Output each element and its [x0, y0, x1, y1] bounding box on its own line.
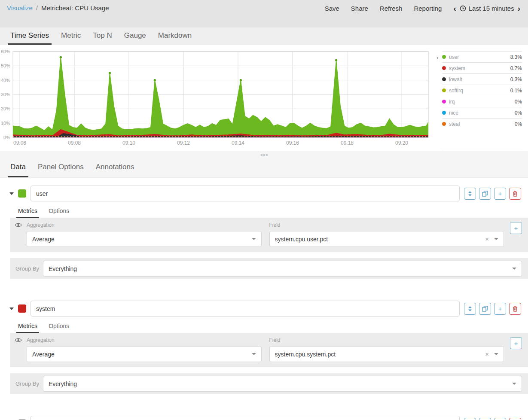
cpu-usage-chart[interactable]: 0%10%20%30%40%50%60%09:0609:0809:1009:12…: [0, 46, 432, 150]
time-range-label: Last 15 minutes: [469, 5, 514, 12]
group-by-panel: Group By Everything: [10, 373, 528, 394]
series-label-input[interactable]: [31, 186, 460, 201]
series-buttons: +: [464, 418, 521, 420]
breadcrumb-visualize-link[interactable]: Visualize: [7, 4, 33, 12]
breadcrumb: Visualize / Metricbeat: CPU Usage: [7, 4, 109, 12]
series-clone-button[interactable]: [479, 188, 491, 200]
group-by-label: Group By: [15, 380, 43, 387]
series-sort-button[interactable]: [464, 418, 476, 420]
time-picker-button[interactable]: Last 15 minutes: [460, 5, 514, 12]
panel-resize-row: [0, 151, 528, 159]
reporting-button[interactable]: Reporting: [414, 5, 442, 12]
tab-time-series[interactable]: Time Series: [4, 27, 55, 45]
aggregation-select[interactable]: Average: [27, 346, 262, 362]
legend-item-system[interactable]: system 0.7%: [442, 62, 522, 73]
subtab-options[interactable]: Options: [45, 207, 73, 218]
tab-data[interactable]: Data: [4, 159, 32, 177]
series-clone-button[interactable]: [479, 418, 491, 420]
field-value: system.cpu.user.pct: [275, 236, 485, 243]
panel-gap: [0, 367, 528, 373]
eye-icon[interactable]: [15, 222, 22, 228]
add-metric-button[interactable]: +: [510, 222, 522, 234]
refresh-button[interactable]: Refresh: [380, 5, 403, 12]
subtab-options[interactable]: Options: [45, 323, 73, 333]
legend-item-irq[interactable]: irq 0%: [442, 96, 522, 107]
copy-icon: [482, 306, 488, 312]
tab-markdown[interactable]: Markdown: [152, 27, 198, 45]
series-color-swatch[interactable]: [18, 304, 26, 313]
add-metric-button[interactable]: +: [510, 337, 522, 349]
subtab-metrics[interactable]: Metrics: [15, 207, 41, 218]
field-label: Field: [269, 222, 504, 228]
series-collapse-caret[interactable]: [9, 192, 14, 195]
group-by-select[interactable]: Everything: [43, 261, 522, 277]
svg-text:10%: 10%: [1, 121, 10, 126]
legend-collapse-chevron[interactable]: ›: [433, 51, 442, 151]
sort-arrows-icon: [468, 191, 472, 197]
editor-header-strip: Data Panel Options Annotations: [0, 151, 528, 178]
field-combobox[interactable]: system.cpu.user.pct ×: [269, 231, 504, 247]
series-header: +: [0, 301, 528, 317]
legend-value: 0%: [515, 110, 522, 116]
chart-legend-column: › user 8.3% system 0.7% iowait 0.3% soft…: [433, 45, 528, 151]
eye-column: [15, 222, 27, 247]
eye-icon[interactable]: [15, 338, 22, 343]
clear-field-icon[interactable]: ×: [485, 350, 489, 358]
series-color-swatch[interactable]: [18, 189, 26, 198]
aggregation-select[interactable]: Average: [27, 231, 262, 247]
trash-icon: [513, 191, 518, 197]
legend-item-nice[interactable]: nice 0%: [442, 107, 522, 118]
tab-top-n[interactable]: Top N: [87, 27, 118, 45]
save-button[interactable]: Save: [325, 5, 339, 12]
legend-value: 0.3%: [510, 76, 522, 82]
series-label-input[interactable]: [31, 301, 460, 317]
tab-gauge[interactable]: Gauge: [118, 27, 152, 45]
legend-value: 8.3%: [510, 54, 522, 60]
series-delete-button[interactable]: [509, 188, 521, 200]
legend-item-iowait[interactable]: iowait 0.3%: [442, 73, 522, 85]
legend-item-steal[interactable]: steal 0%: [442, 118, 522, 129]
plus-icon: +: [498, 190, 502, 197]
panel-resize-handle[interactable]: [263, 154, 265, 156]
time-forward-chevron[interactable]: ›: [518, 4, 520, 12]
series-sort-button[interactable]: [464, 303, 476, 315]
series-sort-button[interactable]: [464, 188, 476, 200]
metric-panel: Aggregation Average Field system.cpu.use…: [10, 218, 528, 252]
chevron-down-icon: [512, 268, 516, 270]
field-group: Field system.cpu.user.pct ×: [269, 222, 504, 247]
field-combobox[interactable]: system.cpu.system.pct ×: [269, 346, 504, 362]
series-clone-button[interactable]: [479, 303, 491, 315]
legend-item-user[interactable]: user 8.3%: [442, 51, 522, 62]
svg-text:0%: 0%: [3, 135, 10, 140]
tab-panel-options[interactable]: Panel Options: [32, 159, 90, 177]
series-add-button[interactable]: +: [494, 418, 506, 420]
svg-text:09:20: 09:20: [395, 140, 408, 146]
subtab-metrics[interactable]: Metrics: [15, 323, 41, 333]
clear-field-icon[interactable]: ×: [485, 235, 489, 243]
tab-metric[interactable]: Metric: [55, 27, 87, 45]
series-buttons: +: [464, 303, 521, 315]
group-by-label: Group By: [15, 265, 43, 272]
series-add-button[interactable]: +: [494, 188, 506, 200]
group-by-panel: Group By Everything: [10, 258, 528, 279]
sort-arrows-icon: [468, 306, 472, 312]
series-delete-button[interactable]: [509, 418, 521, 420]
series-collapse-caret[interactable]: [9, 307, 14, 310]
time-back-chevron[interactable]: ‹: [453, 4, 456, 12]
legend-item-softirq[interactable]: softirq 0.1%: [442, 85, 522, 96]
group-by-select[interactable]: Everything: [43, 376, 522, 392]
series-label-input[interactable]: [31, 416, 460, 420]
share-button[interactable]: Share: [351, 5, 368, 12]
series-color-dot: [442, 111, 446, 115]
series-add-button[interactable]: +: [494, 303, 506, 315]
chevron-down-icon: [494, 353, 498, 355]
chart-area[interactable]: 0%10%20%30%40%50%60%09:0609:0809:1009:12…: [0, 45, 433, 151]
tab-annotations[interactable]: Annotations: [90, 159, 140, 177]
field-label: Field: [269, 337, 504, 343]
legend-label: user: [449, 54, 510, 60]
panel-gap: [0, 252, 528, 258]
legend-label: nice: [449, 110, 515, 116]
plus-icon: +: [514, 225, 518, 232]
aggregation-group: Aggregation Average: [27, 337, 262, 362]
series-delete-button[interactable]: [509, 303, 521, 315]
